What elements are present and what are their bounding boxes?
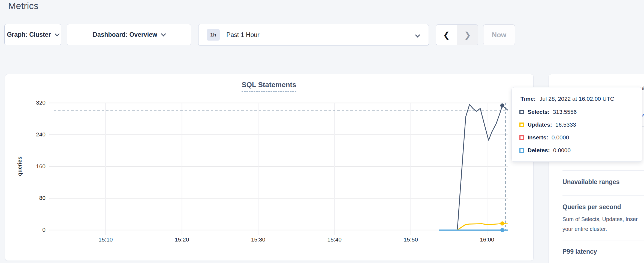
graph-dropdown-label: Graph: Cluster: [7, 31, 51, 38]
x-tick-label: 15:30: [242, 236, 275, 243]
sidebar-divider: [562, 240, 644, 240]
tooltip-series-value: 313.5556: [553, 109, 577, 115]
sidebar-heading-unavailable-ranges: Unavailable ranges: [562, 178, 620, 186]
tooltip-series-row: Deletes:0.0000: [519, 147, 571, 154]
tooltip-series-value: 16.5333: [555, 121, 576, 128]
tooltip-series-label: Inserts:: [528, 134, 548, 141]
time-nav-group: ❮ ❯: [436, 25, 478, 45]
sidebar-heading-queries-per-second: Queries per second: [562, 203, 621, 211]
tooltip-series-label: Selects:: [528, 109, 550, 115]
tooltip-series-value: 0.0000: [552, 134, 569, 141]
x-tick-label: 15:10: [89, 236, 122, 243]
y-tick-label: 0: [24, 227, 46, 233]
x-tick-label: 15:20: [165, 236, 198, 243]
legend-swatch-icon: [519, 135, 524, 140]
tooltip-series-value: 0.0000: [553, 147, 571, 154]
chart-title-wrap: SQL Statements: [5, 81, 533, 92]
dashboard-dropdown-label: Dashboard: Overview: [93, 31, 157, 38]
dashboard-dropdown[interactable]: Dashboard: Overview: [67, 24, 191, 45]
sidebar-divider: [562, 170, 644, 171]
legend-swatch-icon: [519, 110, 524, 114]
page-title: Metrics: [8, 1, 38, 11]
legend-swatch-icon: [519, 123, 524, 127]
tooltip-series-row: Inserts:0.0000: [519, 134, 569, 141]
tooltip-series-row: Updates:16.5333: [519, 121, 576, 128]
tooltip-time-label: Time:: [520, 96, 536, 102]
time-range-label: Past 1 Hour: [226, 31, 259, 39]
chart-title[interactable]: SQL Statements: [242, 81, 296, 92]
chevron-down-icon: [161, 31, 166, 36]
next-interval-button-disabled[interactable]: ❯: [457, 25, 478, 45]
now-button[interactable]: Now: [483, 25, 515, 45]
chevron-left-icon: ❮: [443, 30, 450, 40]
prev-interval-button[interactable]: ❮: [436, 25, 457, 45]
tooltip-series-row: Selects:313.5556: [519, 109, 577, 115]
sidebar-qps-description-line2: your entire cluster.: [562, 224, 607, 234]
tooltip-time-row: Time:Jul 28, 2022 at 16:02:00 UTC: [520, 96, 614, 102]
graph-dropdown[interactable]: Graph: Cluster: [4, 24, 61, 45]
y-tick-label: 160: [24, 163, 46, 170]
sidebar-qps-description-line1: Sum of Selects, Updates, Inser: [562, 214, 638, 224]
sidebar-heading-p99-latency: P99 latency: [562, 248, 597, 255]
sidebar-clipped-link-fragment[interactable]: s: [642, 112, 644, 119]
time-range-badge: 1h: [207, 29, 220, 41]
y-tick-label: 240: [24, 131, 46, 138]
x-tick-label: 15:50: [395, 236, 427, 243]
legend-swatch-icon: [519, 148, 524, 153]
tooltip-series-label: Deletes:: [528, 147, 550, 154]
chevron-right-icon: ❯: [464, 30, 471, 40]
tooltip-series-label: Updates:: [528, 121, 552, 128]
chevron-down-icon: [55, 31, 59, 36]
y-tick-label: 80: [24, 195, 46, 201]
y-tick-label: 320: [24, 99, 46, 106]
x-tick-label: 15:40: [318, 236, 351, 243]
chevron-down-icon: [415, 32, 420, 37]
x-tick-label: 16:00: [471, 236, 503, 243]
sidebar-clipped-heading-fragment: a: [642, 84, 644, 92]
sql-statements-chart-card: [5, 74, 534, 261]
sidebar-divider: [562, 195, 644, 196]
time-range-dropdown[interactable]: 1h Past 1 Hour: [198, 24, 429, 46]
y-axis-label: queries: [17, 145, 23, 188]
tooltip-time-value: Jul 28, 2022 at 16:02:00 UTC: [540, 96, 614, 102]
chart-tooltip: Time:Jul 28, 2022 at 16:02:00 UTC Select…: [511, 87, 642, 162]
